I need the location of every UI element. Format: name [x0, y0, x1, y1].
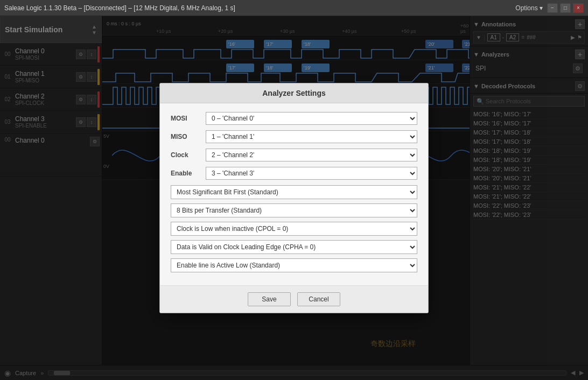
minimize-button[interactable]: −	[547, 3, 558, 13]
bit-order-select[interactable]: Most Significant Bit First (Standard) Le…	[171, 185, 417, 199]
miso-select[interactable]: 0 – 'Channel 0' 1 – 'Channel 1' 2 – 'Cha…	[206, 130, 417, 143]
clock-phase-select[interactable]: Data is Valid on Clock Leading Edge (CPH…	[171, 240, 417, 254]
titlebar: Saleae Logic 1.1.30 Beta – [Disconnected…	[0, 0, 588, 16]
cancel-button[interactable]: Cancel	[297, 292, 340, 306]
miso-row: MISO 0 – 'Channel 0' 1 – 'Channel 1' 2 –…	[171, 130, 417, 143]
clock-label: Clock	[171, 151, 206, 159]
modal-overlay: Analyzer Settings MOSI 0 – 'Channel 0' 1…	[0, 16, 588, 380]
clock-select[interactable]: 0 – 'Channel 0' 1 – 'Channel 1' 2 – 'Cha…	[206, 149, 417, 161]
mosi-label: MOSI	[171, 115, 206, 122]
enable-line-select[interactable]: Enable line is Active Low (Standard) Ena…	[171, 258, 417, 272]
enable-row: Enable 0 – 'Channel 0' 1 – 'Channel 1' 2…	[171, 167, 417, 180]
clock-row: Clock 0 – 'Channel 0' 1 – 'Channel 1' 2 …	[171, 149, 417, 161]
miso-label: MISO	[171, 133, 206, 140]
dialog-body: MOSI 0 – 'Channel 0' 1 – 'Channel 1' 2 –…	[160, 103, 428, 285]
save-button[interactable]: Save	[248, 292, 291, 306]
close-button[interactable]: ×	[573, 3, 584, 13]
mosi-select[interactable]: 0 – 'Channel 0' 1 – 'Channel 1' 2 – 'Cha…	[206, 112, 417, 125]
bits-per-transfer-select[interactable]: 8 Bits per Transfer (Standard) 4 Bits pe…	[171, 203, 417, 217]
enable-select[interactable]: 0 – 'Channel 0' 1 – 'Channel 1' 2 – 'Cha…	[206, 167, 417, 180]
options-button[interactable]: Options ▾	[515, 4, 543, 12]
clock-polarity-select[interactable]: Clock is Low when inactive (CPOL = 0) Cl…	[171, 222, 417, 236]
dialog-footer: Save Cancel	[160, 285, 428, 313]
dialog-title: Analyzer Settings	[160, 83, 428, 103]
enable-label: Enable	[171, 170, 206, 177]
titlebar-title: Saleae Logic 1.1.30 Beta – [Disconnected…	[4, 4, 235, 12]
mosi-row: MOSI 0 – 'Channel 0' 1 – 'Channel 1' 2 –…	[171, 112, 417, 125]
maximize-button[interactable]: □	[560, 3, 571, 13]
analyzer-settings-dialog: Analyzer Settings MOSI 0 – 'Channel 0' 1…	[159, 83, 429, 313]
